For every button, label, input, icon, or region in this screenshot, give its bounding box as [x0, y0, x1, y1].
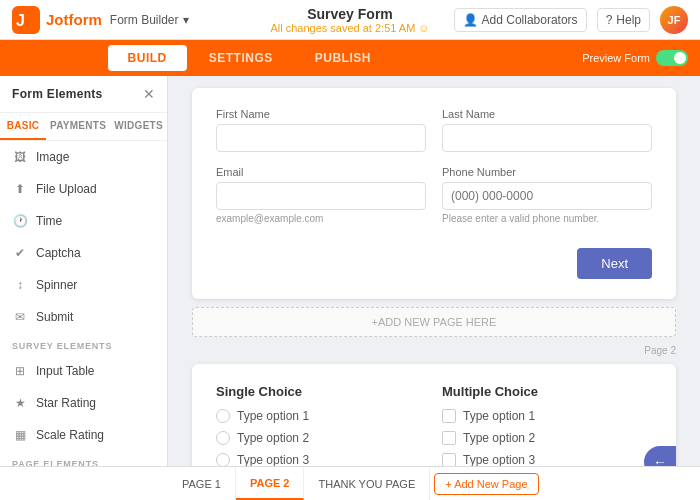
sidebar-item-submit[interactable]: ✉ Submit — [0, 301, 167, 333]
help-button[interactable]: ? Help — [597, 8, 650, 32]
sidebar-item-image-label: Image — [36, 150, 69, 164]
sidebar-item-file-upload[interactable]: ⬆ File Upload — [0, 173, 167, 205]
avatar[interactable]: JF — [660, 6, 688, 34]
multi-option-3[interactable]: Type option 3 — [442, 453, 652, 466]
sidebar-item-scale-rating-label: Scale Rating — [36, 428, 104, 442]
checkbox-1 — [442, 409, 456, 423]
scale-rating-icon: ▦ — [12, 427, 28, 443]
bottom-tabs: PAGE 1 PAGE 2 THANK YOU PAGE + Add New P… — [0, 466, 700, 500]
email-group: Email example@example.com — [216, 166, 426, 224]
email-label: Email — [216, 166, 426, 178]
add-page-banner-1[interactable]: +ADD NEW PAGE HERE — [192, 307, 676, 337]
sidebar-item-submit-label: Submit — [36, 310, 73, 324]
file-upload-icon: ⬆ — [12, 181, 28, 197]
phone-label: Phone Number — [442, 166, 652, 178]
sidebar-item-time[interactable]: 🕐 Time — [0, 205, 167, 237]
single-option-2-label: Type option 2 — [237, 431, 309, 445]
sidebar-item-spinner-label: Spinner — [36, 278, 77, 292]
phone-group: Phone Number Please enter a valid phone … — [442, 166, 652, 224]
sidebar-title: Form Elements — [12, 87, 103, 101]
captcha-icon: ✔ — [12, 245, 28, 261]
tab-publish[interactable]: PUBLISH — [295, 45, 391, 71]
form-builder-button[interactable]: Form Builder ▾ — [110, 13, 189, 27]
sidebar-header: Form Elements ✕ — [0, 76, 167, 113]
sidebar-tab-basic[interactable]: BASIC — [0, 113, 46, 140]
help-label: Help — [616, 13, 641, 27]
single-option-1-label: Type option 1 — [237, 409, 309, 423]
sidebar-item-time-label: Time — [36, 214, 62, 228]
sidebar-item-captcha-label: Captcha — [36, 246, 81, 260]
multiple-choice-title: Multiple Choice — [442, 384, 652, 399]
tab-page-2[interactable]: PAGE 2 — [236, 467, 305, 500]
survey-elements-label: SURVEY ELEMENTS — [0, 333, 167, 355]
next-button[interactable]: Next — [577, 248, 652, 279]
single-choice-col: Single Choice Type option 1 Type option … — [216, 384, 426, 466]
build-tabs: BUILD SETTINGS PUBLISH — [108, 45, 391, 71]
single-option-3-label: Type option 3 — [237, 453, 309, 466]
last-name-label: Last Name — [442, 108, 652, 120]
back-arrow-button[interactable]: ← — [644, 446, 676, 467]
tab-settings[interactable]: SETTINGS — [189, 45, 293, 71]
svg-text:J: J — [16, 12, 25, 29]
image-icon: 🖼 — [12, 149, 28, 165]
chevron-down-icon: ▾ — [183, 13, 189, 27]
multi-option-1-label: Type option 1 — [463, 409, 535, 423]
tab-thank-you-page[interactable]: THANK YOU PAGE — [304, 467, 430, 500]
phone-hint: Please enter a valid phone number. — [442, 213, 652, 224]
single-option-2[interactable]: Type option 2 — [216, 431, 426, 445]
add-collaborators-button[interactable]: 👤 Add Collaborators — [454, 8, 587, 32]
help-icon: ? — [606, 13, 613, 27]
sidebar-item-star-rating-label: Star Rating — [36, 396, 96, 410]
sidebar-tab-widgets[interactable]: WIDGETS — [110, 113, 167, 140]
sidebar-close-button[interactable]: ✕ — [143, 86, 155, 102]
user-plus-icon: 👤 — [463, 13, 478, 27]
add-collaborators-label: Add Collaborators — [482, 13, 578, 27]
form-title: Survey Form — [270, 6, 429, 22]
star-icon: ★ — [12, 395, 28, 411]
radio-1 — [216, 409, 230, 423]
sidebar-tabs: BASIC PAYMENTS WIDGETS — [0, 113, 167, 141]
sidebar-item-input-table[interactable]: ⊞ Input Table — [0, 355, 167, 387]
sidebar-item-image[interactable]: 🖼 Image — [0, 141, 167, 173]
multi-option-3-label: Type option 3 — [463, 453, 535, 466]
email-hint: example@example.com — [216, 213, 426, 224]
single-option-3[interactable]: Type option 3 — [216, 453, 426, 466]
contact-row: Email example@example.com Phone Number P… — [216, 166, 652, 224]
sidebar-item-file-upload-label: File Upload — [36, 182, 97, 196]
sidebar-item-input-table-label: Input Table — [36, 364, 95, 378]
page1-card: First Name Last Name Email example@examp… — [192, 88, 676, 299]
first-name-input[interactable] — [216, 124, 426, 152]
form-area: First Name Last Name Email example@examp… — [168, 76, 700, 466]
tab-add-new-page[interactable]: + Add New Page — [434, 473, 538, 495]
nav-right: 👤 Add Collaborators ? Help JF — [454, 6, 688, 34]
sidebar-item-captcha[interactable]: ✔ Captcha — [0, 237, 167, 269]
build-bar: BUILD SETTINGS PUBLISH Preview Form — [0, 40, 700, 76]
sidebar-item-spinner[interactable]: ↕ Spinner — [0, 269, 167, 301]
multi-option-1[interactable]: Type option 1 — [442, 409, 652, 423]
tab-build[interactable]: BUILD — [108, 45, 187, 71]
phone-input[interactable] — [442, 182, 652, 210]
top-nav: J Jotform Form Builder ▾ Survey Form All… — [0, 0, 700, 40]
single-option-1[interactable]: Type option 1 — [216, 409, 426, 423]
sidebar-item-scale-rating[interactable]: ▦ Scale Rating — [0, 419, 167, 451]
survey-columns: Single Choice Type option 1 Type option … — [216, 384, 652, 466]
logo-text: Jotform — [46, 11, 102, 28]
sidebar-tab-payments[interactable]: PAYMENTS — [46, 113, 110, 140]
page2-card: ← Single Choice Type option 1 Type optio… — [192, 364, 676, 466]
tab-page-1[interactable]: PAGE 1 — [168, 467, 236, 500]
preview-toggle-switch[interactable] — [656, 50, 688, 66]
input-table-icon: ⊞ — [12, 363, 28, 379]
save-status: All changes saved at 2:51 AM ☺ — [270, 22, 429, 34]
checkbox-2 — [442, 431, 456, 445]
multi-option-2[interactable]: Type option 2 — [442, 431, 652, 445]
single-choice-title: Single Choice — [216, 384, 426, 399]
name-row: First Name Last Name — [216, 108, 652, 152]
email-input[interactable] — [216, 182, 426, 210]
radio-2 — [216, 431, 230, 445]
first-name-label: First Name — [216, 108, 426, 120]
last-name-input[interactable] — [442, 124, 652, 152]
sidebar-item-star-rating[interactable]: ★ Star Rating — [0, 387, 167, 419]
nav-center: Survey Form All changes saved at 2:51 AM… — [270, 6, 429, 34]
last-name-group: Last Name — [442, 108, 652, 152]
multiple-choice-col: Multiple Choice Type option 1 Type optio… — [442, 384, 652, 466]
